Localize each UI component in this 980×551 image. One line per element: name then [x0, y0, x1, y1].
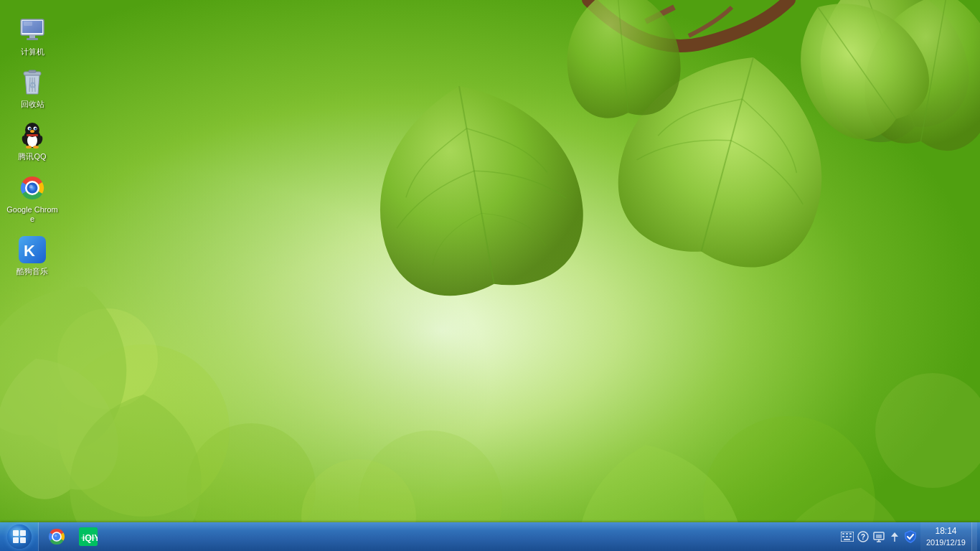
desktop-icon-recycle[interactable]: ♻ 回收站	[4, 65, 61, 112]
desktop-icons: 计算机 ♻ 回收站	[0, 7, 65, 285]
security-tray-icon[interactable]	[903, 529, 918, 544]
computer-icon-label: 计算机	[21, 47, 44, 57]
start-orb	[7, 524, 32, 549]
clock-area[interactable]: 18:14 2019/12/19	[920, 522, 971, 551]
show-desktop-button[interactable]	[971, 522, 977, 551]
tray-icons: ?	[837, 529, 920, 544]
svg-text:?: ?	[861, 533, 865, 541]
svg-rect-54	[846, 533, 848, 534]
svg-rect-56	[842, 536, 844, 537]
qq-icon	[18, 121, 47, 149]
svg-rect-13	[24, 22, 32, 26]
svg-rect-15	[27, 38, 38, 40]
svg-rect-51	[81, 537, 96, 539]
taskbar-right: ?	[837, 522, 980, 551]
show-hidden-tray-icon[interactable]	[887, 529, 902, 544]
svg-point-34	[33, 146, 39, 149]
clock-time: 18:14	[935, 526, 956, 537]
svg-rect-59	[844, 539, 850, 540]
svg-point-39	[29, 184, 33, 188]
svg-point-29	[29, 128, 31, 130]
svg-point-48	[55, 534, 57, 537]
svg-marker-66	[891, 532, 898, 537]
desktop-icon-chrome[interactable]: Google Chrome	[4, 171, 61, 227]
svg-rect-42	[13, 530, 19, 536]
svg-rect-45	[20, 537, 26, 543]
wallpaper	[0, 0, 980, 551]
svg-rect-58	[849, 536, 852, 537]
desktop-icon-kugou[interactable]: K 酷狗音乐	[4, 232, 61, 279]
clock-date: 2019/12/19	[926, 537, 966, 547]
svg-rect-53	[842, 533, 844, 534]
chrome-icon	[18, 174, 47, 202]
svg-rect-55	[849, 533, 852, 534]
svg-text:♻: ♻	[29, 80, 37, 90]
svg-point-38	[27, 182, 38, 193]
svg-rect-65	[876, 534, 882, 538]
desktop-icon-computer[interactable]: 计算机	[4, 13, 61, 60]
svg-text:K: K	[24, 242, 35, 260]
svg-point-47	[53, 533, 60, 540]
svg-rect-44	[13, 537, 19, 543]
svg-rect-17	[29, 70, 36, 72]
network-tray-icon[interactable]	[872, 529, 886, 544]
taskbar-pin-iqiyi[interactable]: iQIY	[73, 524, 103, 550]
keyboard-tray-icon[interactable]	[840, 529, 854, 544]
qq-icon-label: 腾讯QQ	[18, 152, 46, 161]
kugou-icon: K	[18, 235, 47, 264]
taskbar-pin-chrome[interactable]	[42, 524, 72, 550]
svg-rect-57	[846, 536, 848, 537]
kugou-icon-label: 酷狗音乐	[17, 267, 48, 276]
taskbar: iQIY	[0, 522, 980, 551]
recycle-icon-label: 回收站	[21, 100, 44, 109]
svg-rect-43	[20, 530, 26, 536]
desktop: 计算机 ♻ 回收站	[0, 0, 980, 551]
chrome-icon-label: Google Chrome	[6, 205, 58, 224]
svg-rect-14	[29, 35, 35, 38]
svg-rect-32	[27, 134, 38, 136]
desktop-icon-qq[interactable]: 腾讯QQ	[4, 118, 61, 164]
start-button[interactable]	[0, 522, 39, 551]
computer-icon	[18, 16, 47, 44]
help-tray-icon[interactable]: ?	[856, 529, 870, 544]
svg-point-33	[26, 146, 32, 149]
svg-point-31	[30, 130, 34, 133]
taskbar-pins: iQIY	[39, 522, 106, 551]
recycle-icon: ♻	[18, 68, 47, 97]
svg-point-30	[35, 128, 37, 130]
